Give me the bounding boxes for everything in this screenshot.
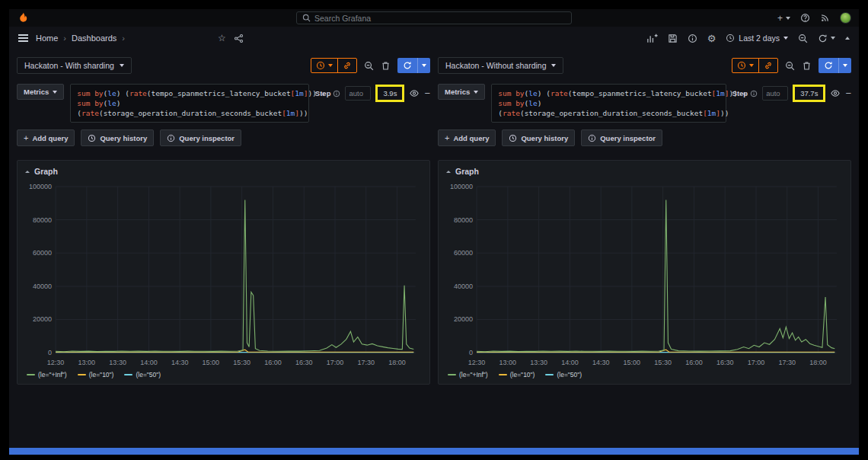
- graph-collapse-header[interactable]: Graph: [24, 165, 423, 180]
- legend-series-color: [27, 374, 35, 375]
- breadcrumb: Home › Dashboards ›: [36, 34, 125, 43]
- pane-title: Hackaton - With sharding: [24, 61, 114, 70]
- run-query-group: [819, 58, 851, 73]
- chevron-down-icon: [53, 91, 57, 94]
- svg-text:100000: 100000: [29, 183, 52, 190]
- chevron-down-icon: [783, 37, 788, 40]
- legend-item[interactable]: (le="10"): [499, 371, 535, 379]
- breadcrumb-dashboards[interactable]: Dashboards: [72, 34, 116, 43]
- legend-item[interactable]: (le="+Inf"): [448, 371, 488, 379]
- svg-text:12:30: 12:30: [468, 359, 486, 366]
- settings-gear-icon[interactable]: ⚙: [707, 34, 716, 43]
- query-history-button[interactable]: Query history: [502, 129, 575, 146]
- top-bar: +: [9, 9, 859, 27]
- remove-query-icon[interactable]: −: [845, 88, 851, 99]
- svg-text:0: 0: [48, 349, 52, 356]
- legend-series-color: [78, 374, 86, 375]
- metrics-dropdown[interactable]: Metrics: [438, 84, 485, 100]
- query-inspector-button[interactable]: Query inspector: [160, 129, 241, 146]
- legend-item[interactable]: (le="50"): [124, 371, 161, 379]
- add-query-button[interactable]: + Add query: [17, 129, 75, 146]
- toggle-query-visibility-eye-icon[interactable]: [409, 88, 420, 98]
- close-pane-trash-icon[interactable]: [802, 61, 812, 71]
- refresh-interval-caret[interactable]: [831, 37, 835, 40]
- chart-legend: (le="+Inf")(le="10")(le="50"): [24, 369, 423, 382]
- query-editor[interactable]: sum by(le) (rate(tempo_spanmetrics_laten…: [491, 84, 726, 123]
- svg-text:12:30: 12:30: [47, 359, 65, 366]
- zoom-out-icon[interactable]: [364, 61, 374, 71]
- svg-text:16:30: 16:30: [295, 359, 313, 366]
- query-inspector-button[interactable]: Query inspector: [581, 129, 662, 146]
- search-input[interactable]: [314, 14, 566, 23]
- zoom-out-icon[interactable]: [798, 34, 808, 43]
- explore-pane-with-sharding: Hackaton - With sharding: [17, 57, 430, 385]
- link-times-button[interactable]: [337, 59, 356, 72]
- help-icon[interactable]: [800, 13, 810, 23]
- search-box[interactable]: [296, 11, 572, 24]
- collapse-toolbar-icon[interactable]: [845, 37, 850, 40]
- close-pane-trash-icon[interactable]: [381, 61, 391, 71]
- breadcrumb-separator: ›: [122, 34, 125, 43]
- legend-series-label: (le="50"): [557, 371, 582, 379]
- chevron-down-icon: [843, 64, 847, 67]
- legend-item[interactable]: (le="+Inf"): [27, 371, 67, 379]
- metrics-dropdown[interactable]: Metrics: [17, 84, 64, 100]
- svg-text:14:30: 14:30: [592, 359, 610, 366]
- user-avatar[interactable]: [840, 12, 851, 24]
- breadcrumb-separator: ›: [63, 34, 66, 43]
- favorite-star-icon[interactable]: ☆: [218, 33, 226, 43]
- grafana-logo-icon[interactable]: [17, 11, 30, 24]
- share-icon[interactable]: [234, 34, 244, 43]
- graph-collapse-header[interactable]: Graph: [445, 165, 844, 180]
- app-frame: + Home › Dashboards ›: [9, 9, 859, 455]
- step-input[interactable]: [345, 86, 371, 101]
- svg-text:18:00: 18:00: [388, 359, 406, 366]
- time-series-chart[interactable]: 02000040000600008000010000012:3013:0013:…: [445, 180, 844, 369]
- add-panel-icon[interactable]: [646, 33, 658, 43]
- datasource-title-dropdown[interactable]: Hackaton - Without sharding: [438, 57, 563, 74]
- bottom-accent-bar: [9, 448, 859, 455]
- time-series-chart[interactable]: 02000040000600008000010000012:3013:0013:…: [24, 180, 423, 369]
- remove-query-icon[interactable]: −: [424, 88, 430, 99]
- info-icon: [588, 134, 596, 142]
- save-dashboard-icon[interactable]: [668, 34, 678, 43]
- explore-split-view: Hackaton - With sharding: [9, 50, 859, 448]
- run-interval-caret[interactable]: [417, 58, 430, 73]
- refresh-icon[interactable]: [818, 34, 828, 43]
- link-times-button[interactable]: [758, 59, 777, 72]
- svg-text:40000: 40000: [33, 283, 52, 290]
- graph-panel: Graph 02000040000600008000010000012:3013…: [17, 160, 430, 385]
- new-menu-button[interactable]: +: [777, 13, 790, 24]
- svg-text:100000: 100000: [450, 183, 473, 190]
- run-query-button[interactable]: [819, 58, 838, 73]
- legend-item[interactable]: (le="10"): [78, 371, 114, 379]
- sync-time-button[interactable]: [732, 59, 758, 72]
- time-sync-group: [311, 58, 357, 73]
- dashboard-info-icon[interactable]: [688, 34, 697, 43]
- time-range-label: Last 2 days: [739, 34, 780, 43]
- svg-text:0: 0: [469, 349, 473, 356]
- pane-title: Hackaton - Without sharding: [445, 61, 546, 70]
- legend-item[interactable]: (le="50"): [545, 371, 582, 379]
- sync-time-button[interactable]: [311, 59, 337, 72]
- time-range-picker[interactable]: Last 2 days: [726, 34, 788, 43]
- legend-series-color: [124, 374, 132, 375]
- svg-text:13:30: 13:30: [530, 359, 547, 366]
- svg-text:15:30: 15:30: [233, 359, 251, 366]
- add-query-button[interactable]: + Add query: [438, 129, 496, 146]
- datasource-title-dropdown[interactable]: Hackaton - With sharding: [17, 57, 132, 74]
- toggle-query-visibility-eye-icon[interactable]: [830, 88, 841, 98]
- svg-text:40000: 40000: [454, 283, 473, 290]
- history-icon: [509, 134, 517, 142]
- legend-series-color: [499, 374, 507, 375]
- menu-toggle-icon[interactable]: [18, 34, 28, 42]
- breadcrumb-home[interactable]: Home: [36, 34, 58, 43]
- run-query-button[interactable]: [397, 58, 417, 73]
- zoom-out-icon[interactable]: [785, 61, 795, 71]
- run-interval-caret[interactable]: [838, 58, 851, 73]
- query-editor[interactable]: sum by(le) (rate(tempo_spanmetrics_laten…: [70, 84, 309, 123]
- step-input[interactable]: [762, 86, 788, 101]
- query-history-button[interactable]: Query history: [81, 129, 154, 146]
- news-icon[interactable]: [820, 13, 830, 23]
- chevron-down-icon: [120, 64, 124, 67]
